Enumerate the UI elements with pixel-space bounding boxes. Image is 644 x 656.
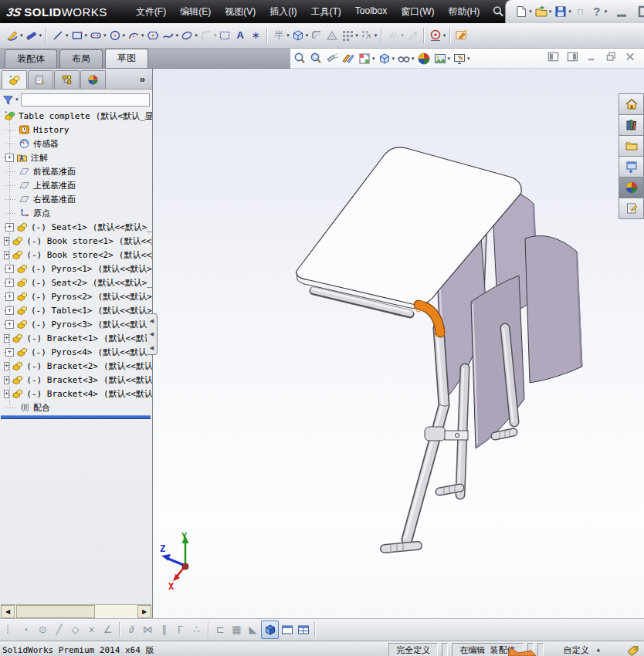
expand-icon[interactable]: + xyxy=(5,265,14,273)
quadrant-snap-button[interactable]: ◇ xyxy=(67,621,83,638)
length-snap-button[interactable]: ⊏ xyxy=(212,621,229,638)
tree-item[interactable]: +(-) Pyros<2>(默认<<默认> xyxy=(0,289,152,303)
window-minimize-button[interactable] xyxy=(613,5,630,19)
tree-item[interactable]: 上视基准面 xyxy=(0,178,152,192)
tree-item[interactable]: +(-) Bracket<4>(默认<<默认 xyxy=(0,387,152,401)
four-viewport-button[interactable] xyxy=(295,621,311,638)
section-view-button[interactable] xyxy=(341,51,356,66)
sketch-button[interactable]: ▾ xyxy=(5,27,24,44)
dropdown-arrow-icon[interactable]: ▾ xyxy=(214,32,217,39)
menu-toolbox[interactable]: Toolbox xyxy=(348,2,394,22)
ellipse-button[interactable]: ▾ xyxy=(179,27,198,44)
circle-button[interactable]: ▾ xyxy=(107,27,127,44)
view-palette-button[interactable] xyxy=(619,157,644,178)
center-snap-button[interactable]: ⊙ xyxy=(35,621,51,638)
tree-root-item[interactable]: Table complete(默认<默认_显 xyxy=(0,109,152,123)
tree-item[interactable]: +(-) Seat<1>(默认<<默认>_ xyxy=(0,220,152,234)
menu-t[interactable]: 工具(T) xyxy=(304,2,348,22)
dropdown-arrow-icon[interactable]: ▾ xyxy=(392,56,395,62)
tree-item[interactable]: +(-) Seat<2>(默认<<默认>_ xyxy=(0,276,152,289)
dropdown-arrow-icon[interactable]: ▾ xyxy=(355,32,358,39)
point-button[interactable]: ∗ xyxy=(248,27,263,44)
panel-overflow-button[interactable]: » xyxy=(140,73,145,85)
expand-icon[interactable]: + xyxy=(5,320,14,329)
hide-show-items-button[interactable]: ▾ xyxy=(396,51,415,66)
tree-item[interactable]: +(-) Bracket<1>(默认<<默认 xyxy=(0,331,152,345)
move-entities-button[interactable]: ▾ xyxy=(359,27,378,44)
tree-item[interactable]: 配合 xyxy=(0,401,152,414)
dropdown-arrow-icon[interactable]: ▾ xyxy=(529,8,532,15)
table-top[interactable] xyxy=(297,147,522,305)
expand-icon[interactable]: + xyxy=(5,292,14,301)
perpendicular-snap-button[interactable]: Γ xyxy=(172,621,188,638)
tree-item[interactable]: +(-) Pyros<4>(默认<<默认> xyxy=(0,345,152,359)
angle-snap-button[interactable]: ∠ xyxy=(100,621,116,638)
tangent-snap-button[interactable]: ∂ xyxy=(124,621,140,638)
expand-icon[interactable]: + xyxy=(4,390,9,398)
help-button[interactable]: ?▾ xyxy=(589,4,608,19)
expand-icon[interactable]: + xyxy=(5,154,14,162)
dropdown-arrow-icon[interactable]: ▾ xyxy=(443,32,446,39)
tree-item[interactable]: 右视基准面 xyxy=(0,192,152,206)
expand-icon[interactable]: + xyxy=(5,348,14,357)
dropdown-arrow-icon[interactable]: ▾ xyxy=(103,32,107,39)
solidworks-resources-button[interactable] xyxy=(619,93,644,115)
tree-item[interactable]: 前视基准面 xyxy=(0,164,152,178)
panel-tab-featuremanager[interactable] xyxy=(2,70,27,89)
menu-v[interactable]: 视图(V) xyxy=(218,2,263,22)
display-relations-button[interactable]: ▾ xyxy=(385,27,405,44)
pane-left-button[interactable] xyxy=(547,51,560,66)
selection-box-button[interactable] xyxy=(217,27,232,44)
half-snap-button[interactable]: ◣ xyxy=(245,621,261,638)
tree-item[interactable]: +(-) Bracket<3>(默认<<默认 xyxy=(0,373,152,387)
dropdown-arrow-icon[interactable]: ▾ xyxy=(467,56,470,62)
pane-right-button[interactable] xyxy=(566,51,579,66)
apply-scene-button[interactable]: ▾ xyxy=(432,51,452,66)
point-snap-button[interactable]: · xyxy=(19,621,35,638)
tree-item[interactable]: +(-) Pyros<1>(默认<<默认> xyxy=(0,262,152,276)
rebuild-button[interactable]: ⊓ xyxy=(573,4,588,19)
filter-dropdown-icon[interactable]: ▾ xyxy=(15,96,19,103)
dropdown-arrow-icon[interactable]: ▾ xyxy=(605,8,608,15)
expand-icon[interactable]: + xyxy=(4,237,9,245)
dropdown-arrow-icon[interactable]: ▾ xyxy=(20,32,23,39)
display-style-button[interactable]: ▾ xyxy=(377,51,396,66)
expand-icon[interactable]: + xyxy=(4,362,9,370)
tree-item[interactable]: +(-) Book store<1>(默认<<默 xyxy=(0,234,152,248)
view-settings-button[interactable]: ▾ xyxy=(452,51,471,66)
doc-close-button[interactable] xyxy=(624,51,637,66)
tab-布局[interactable]: 布局 xyxy=(59,49,103,68)
dropdown-arrow-icon[interactable]: ▾ xyxy=(85,32,88,39)
dropdown-arrow-icon[interactable]: ▾ xyxy=(549,8,552,15)
custom-properties-button[interactable] xyxy=(619,198,644,219)
edit-appearance-button[interactable] xyxy=(416,51,432,66)
tab-草图[interactable]: 草图 xyxy=(105,49,148,68)
view-orientation-button[interactable]: ▾ xyxy=(357,51,376,66)
dropdown-arrow-icon[interactable]: ▾ xyxy=(568,8,571,15)
shaded-with-edges-button[interactable] xyxy=(261,620,279,639)
menu-w[interactable]: 窗口(W) xyxy=(394,2,441,22)
polygon-button[interactable] xyxy=(145,27,161,44)
window-maximize-button[interactable] xyxy=(636,5,644,19)
tree-item[interactable]: +(-) Book store<2>(默认<<默 xyxy=(0,248,152,262)
tube-clamp[interactable] xyxy=(425,427,446,441)
spline-button[interactable]: ▾ xyxy=(161,27,180,44)
sketch-tools-button[interactable] xyxy=(454,27,469,44)
corner-rectangle-button[interactable]: ▾ xyxy=(69,27,89,44)
seat-panel-right[interactable] xyxy=(525,235,582,383)
dropdown-arrow-icon[interactable]: ▾ xyxy=(375,32,378,39)
scrollbar-thumb[interactable] xyxy=(16,605,95,618)
assembly-model-3d[interactable] xyxy=(153,69,644,618)
single-viewport-button[interactable] xyxy=(279,621,295,638)
dropdown-arrow-icon[interactable]: ▾ xyxy=(195,32,198,39)
doc-restore-button[interactable] xyxy=(605,51,618,66)
appearances-scenes-button[interactable] xyxy=(619,178,644,198)
dropdown-arrow-icon[interactable]: ▾ xyxy=(141,32,144,39)
panel-tab-displaymanager[interactable] xyxy=(80,70,106,89)
intersection-snap-button[interactable]: × xyxy=(83,621,100,638)
expand-icon[interactable]: + xyxy=(5,279,14,287)
design-library-button[interactable] xyxy=(619,115,644,136)
expand-icon[interactable]: + xyxy=(4,251,9,259)
tab-装配体[interactable]: 装配体 xyxy=(5,49,57,68)
save-document-button[interactable]: ▾ xyxy=(553,4,572,19)
